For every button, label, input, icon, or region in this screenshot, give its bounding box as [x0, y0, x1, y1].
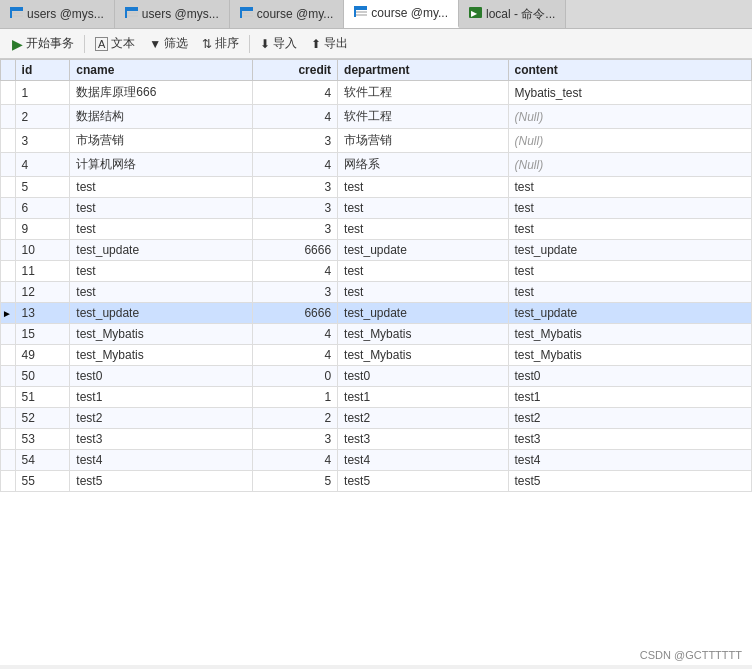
svg-text:▶: ▶ — [471, 9, 478, 18]
cell-cname: test — [70, 219, 253, 240]
table-row[interactable]: 53test33test3test3 — [1, 429, 752, 450]
table-row[interactable]: 50test00test0test0 — [1, 366, 752, 387]
cell-id: 53 — [15, 429, 70, 450]
row-indicator-cell — [1, 240, 16, 261]
table-row[interactable]: 5test3testtest — [1, 177, 752, 198]
cell-cname: test — [70, 282, 253, 303]
col-header-cname[interactable]: cname — [70, 60, 253, 81]
table-row[interactable]: 54test44test4test4 — [1, 450, 752, 471]
cell-cname: 数据库原理666 — [70, 81, 253, 105]
table-row[interactable]: 2数据结构4软件工程(Null) — [1, 105, 752, 129]
row-indicator-cell: ► — [1, 303, 16, 324]
col-header-id[interactable]: id — [15, 60, 70, 81]
cell-id: 6 — [15, 198, 70, 219]
cell-cname: 市场营销 — [70, 129, 253, 153]
table-row[interactable]: 1数据库原理6664软件工程Mybatis_test — [1, 81, 752, 105]
col-header-department[interactable]: department — [338, 60, 508, 81]
text-button[interactable]: A 文本 — [89, 33, 141, 54]
table-row[interactable]: ►13test_update6666test_updatetest_update — [1, 303, 752, 324]
tab-tab2[interactable]: users @mys... — [115, 0, 230, 28]
tab-icon-tab1 — [10, 7, 23, 21]
cell-content: test5 — [508, 471, 752, 492]
table-row[interactable]: 55test55test5test5 — [1, 471, 752, 492]
cell-credit: 4 — [252, 324, 337, 345]
start-transaction-button[interactable]: ▶ 开始事务 — [6, 33, 80, 54]
tab-tab5[interactable]: ▶local - 命令... — [459, 0, 566, 28]
toolbar: ▶ 开始事务 A 文本 ▼ 筛选 ⇅ 排序 ⬇ 导入 ⬆ 导出 — [0, 29, 752, 59]
cell-cname: test_Mybatis — [70, 345, 253, 366]
cell-department: test_Mybatis — [338, 345, 508, 366]
cell-cname: 数据结构 — [70, 105, 253, 129]
cell-id: 55 — [15, 471, 70, 492]
svg-rect-3 — [10, 7, 12, 18]
cell-credit: 4 — [252, 450, 337, 471]
table-header: id cname credit department content — [1, 60, 752, 81]
row-indicator-cell — [1, 471, 16, 492]
table-row[interactable]: 51test11test1test1 — [1, 387, 752, 408]
cell-credit: 2 — [252, 408, 337, 429]
cell-id: 15 — [15, 324, 70, 345]
cell-department: test_update — [338, 303, 508, 324]
cell-credit: 4 — [252, 105, 337, 129]
filter-button[interactable]: ▼ 筛选 — [143, 33, 194, 54]
cell-department: test0 — [338, 366, 508, 387]
cell-credit: 4 — [252, 153, 337, 177]
cell-id: 50 — [15, 366, 70, 387]
cell-content: test0 — [508, 366, 752, 387]
table-container: id cname credit department content 1数据库原… — [0, 59, 752, 665]
cell-id: 10 — [15, 240, 70, 261]
cell-credit: 3 — [252, 429, 337, 450]
data-table: id cname credit department content 1数据库原… — [0, 59, 752, 492]
row-indicator-cell — [1, 450, 16, 471]
cell-id: 5 — [15, 177, 70, 198]
cell-credit: 0 — [252, 366, 337, 387]
table-row[interactable]: 10test_update6666test_updatetest_update — [1, 240, 752, 261]
export-button[interactable]: ⬆ 导出 — [305, 33, 354, 54]
table-row[interactable]: 12test3testtest — [1, 282, 752, 303]
cell-content: test — [508, 282, 752, 303]
cell-content: test_Mybatis — [508, 345, 752, 366]
col-header-credit[interactable]: credit — [252, 60, 337, 81]
cell-cname: test4 — [70, 450, 253, 471]
col-header-content[interactable]: content — [508, 60, 752, 81]
tab-tab1[interactable]: users @mys... — [0, 0, 115, 28]
row-indicator-cell — [1, 219, 16, 240]
table-row[interactable]: 52test22test2test2 — [1, 408, 752, 429]
cell-id: 3 — [15, 129, 70, 153]
tab-icon-tab2 — [125, 7, 138, 21]
sort-button[interactable]: ⇅ 排序 — [196, 33, 245, 54]
tab-tab4[interactable]: course @my... — [344, 0, 459, 28]
cell-cname: test1 — [70, 387, 253, 408]
null-value: (Null) — [515, 134, 544, 148]
import-button[interactable]: ⬇ 导入 — [254, 33, 303, 54]
row-indicator-cell — [1, 177, 16, 198]
table-row[interactable]: 49test_Mybatis4test_Mybatistest_Mybatis — [1, 345, 752, 366]
cell-department: 市场营销 — [338, 129, 508, 153]
cell-id: 4 — [15, 153, 70, 177]
cell-content: Mybatis_test — [508, 81, 752, 105]
filter-label: 筛选 — [164, 35, 188, 52]
table-row[interactable]: 3市场营销3市场营销(Null) — [1, 129, 752, 153]
row-indicator-cell — [1, 429, 16, 450]
cell-department: test3 — [338, 429, 508, 450]
cell-department: test — [338, 219, 508, 240]
cell-id: 9 — [15, 219, 70, 240]
tab-tab3[interactable]: course @my... — [230, 0, 345, 28]
cell-department: test — [338, 261, 508, 282]
tab-label-tab3: course @my... — [257, 7, 334, 21]
cell-content: test — [508, 198, 752, 219]
table-row[interactable]: 15test_Mybatis4test_Mybatistest_Mybatis — [1, 324, 752, 345]
table-row[interactable]: 11test4testtest — [1, 261, 752, 282]
cell-department: 网络系 — [338, 153, 508, 177]
table-row[interactable]: 9test3testtest — [1, 219, 752, 240]
cell-cname: test — [70, 198, 253, 219]
cell-credit: 5 — [252, 471, 337, 492]
cell-department: 软件工程 — [338, 81, 508, 105]
table-row[interactable]: 4计算机网络4网络系(Null) — [1, 153, 752, 177]
cell-cname: 计算机网络 — [70, 153, 253, 177]
cell-department: test — [338, 198, 508, 219]
cell-content: test2 — [508, 408, 752, 429]
table-row[interactable]: 6test3testtest — [1, 198, 752, 219]
cell-cname: test5 — [70, 471, 253, 492]
cell-cname: test — [70, 177, 253, 198]
